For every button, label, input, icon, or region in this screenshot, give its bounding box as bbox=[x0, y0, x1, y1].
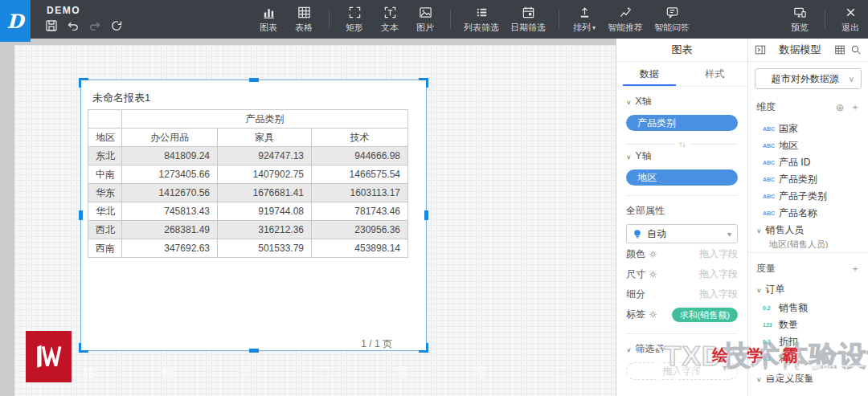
tool-table[interactable]: 表格 bbox=[286, 0, 321, 39]
x-axis-field-chip[interactable]: 产品类别 bbox=[626, 115, 738, 131]
measure-item[interactable]: 123 数量 bbox=[748, 316, 868, 333]
data-model-panel: 数据模型 超市对外数据源 ∨ 维度 ⊕ ＋ ABC 国家 ABC 地区 ABC … bbox=[747, 39, 868, 396]
table-row[interactable]: 中南 1273405.66 1407902.75 1466575.54 bbox=[88, 165, 408, 184]
preview-button[interactable]: 预览 bbox=[782, 0, 817, 39]
chevron-down-icon: ∨ bbox=[626, 98, 632, 105]
tool-image[interactable]: 图片 bbox=[407, 0, 443, 39]
value-cell: 501533.79 bbox=[218, 239, 312, 258]
column-header: 技术 bbox=[312, 129, 408, 147]
selection-handle[interactable] bbox=[419, 343, 428, 353]
value-cell: 1466575.54 bbox=[312, 165, 408, 184]
toolbar-separator bbox=[450, 10, 451, 29]
dimension-item[interactable]: ABC 产品 ID bbox=[748, 154, 868, 171]
tool-rectangle[interactable]: 矩形 bbox=[337, 0, 372, 39]
collapse-panel-icon[interactable] bbox=[755, 44, 766, 55]
selection-handle[interactable] bbox=[79, 78, 88, 88]
caret-down-icon: ▾ bbox=[592, 24, 596, 31]
tab-data[interactable]: 数据 bbox=[616, 62, 682, 86]
save-icon[interactable] bbox=[45, 19, 58, 32]
quick-actions bbox=[45, 19, 123, 32]
selection-handle[interactable] bbox=[424, 210, 428, 220]
table-header-row: 地区 办公用品 家具 技术 bbox=[88, 129, 408, 147]
text-icon bbox=[383, 6, 397, 19]
table-row[interactable]: 西北 268381.49 316212.36 230956.36 bbox=[88, 221, 408, 239]
chevron-down-icon: ∨ bbox=[756, 286, 762, 293]
tool-smart-qa[interactable]: 智能问答 bbox=[649, 0, 695, 39]
redo-icon[interactable] bbox=[88, 19, 101, 32]
tool-date-filter[interactable]: 日期筛选 bbox=[505, 0, 551, 39]
panel-title: 数据模型 bbox=[771, 43, 829, 57]
refresh-icon[interactable] bbox=[110, 19, 123, 32]
tool-label: 表格 bbox=[295, 22, 313, 34]
filter-drop-zone[interactable]: 拖入字段 bbox=[626, 362, 738, 380]
selection-handle[interactable] bbox=[79, 210, 83, 220]
dimension-subitem[interactable]: 地区(销售人员) bbox=[748, 239, 868, 248]
measure-item[interactable]: 0.2 利润 bbox=[748, 350, 868, 367]
column-header: 地区 bbox=[88, 129, 122, 147]
tool-arrange[interactable]: 排列▾ bbox=[567, 0, 602, 39]
add-icon[interactable]: ＋ bbox=[850, 262, 860, 276]
table-row[interactable]: 东北 841809.24 924747.13 944666.98 bbox=[88, 147, 408, 165]
value-cell: 316212.36 bbox=[218, 221, 312, 239]
tool-text[interactable]: 文本 bbox=[372, 0, 407, 39]
top-toolbar: DEMO 图表 表格 矩形 文本 图片 列表筛选 bbox=[0, 0, 868, 39]
dimension-item[interactable]: ABC 地区 bbox=[748, 137, 868, 154]
value-cell: 919744.08 bbox=[218, 202, 312, 221]
table-row[interactable]: 华北 745813.43 919744.08 781743.46 bbox=[88, 202, 408, 221]
chart-mode-select[interactable]: 自动 ▾ bbox=[626, 224, 738, 243]
measure-item[interactable]: 0.2 销售额 bbox=[748, 300, 868, 316]
report-widget[interactable]: 未命名报表1 产品类别 地区 办公用品 家具 技术 东北 bbox=[80, 80, 427, 351]
y-axis-section-header[interactable]: ∨ Y轴 bbox=[626, 149, 738, 163]
swap-axes-row: ↑↓ bbox=[626, 140, 738, 149]
dimension-item[interactable]: ABC 产品类别 bbox=[748, 171, 868, 188]
table-row[interactable]: 西南 347692.63 501533.79 453898.14 bbox=[88, 239, 408, 258]
add-icon[interactable]: ＋ bbox=[850, 100, 860, 114]
drop-placeholder[interactable]: 拖入字段 bbox=[699, 288, 738, 301]
app-logo[interactable]: D bbox=[0, 0, 31, 42]
divider bbox=[626, 195, 738, 196]
search-icon[interactable] bbox=[850, 44, 862, 55]
gear-icon[interactable] bbox=[649, 310, 657, 319]
selection-handle[interactable] bbox=[249, 78, 259, 82]
y-axis-field-chip[interactable]: 地区 bbox=[626, 169, 738, 186]
dimension-item[interactable]: ABC 产品名称 bbox=[748, 205, 868, 222]
preview-icon bbox=[793, 6, 807, 19]
dimension-item[interactable]: ABC 产品子类别 bbox=[748, 188, 868, 205]
design-canvas[interactable]: 未命名报表1 产品类别 地区 办公用品 家具 技术 东北 bbox=[0, 39, 616, 396]
tool-label: 退出 bbox=[841, 22, 859, 34]
filter-section-header[interactable]: ∨ 筛选器 bbox=[626, 342, 738, 356]
grid-view-icon[interactable] bbox=[834, 44, 845, 55]
dimension-item[interactable]: ABC 国家 bbox=[748, 120, 868, 137]
x-axis-section-header[interactable]: ∨ X轴 bbox=[626, 95, 738, 108]
globe-icon[interactable]: ⊕ bbox=[836, 102, 844, 113]
value-cell: 1412670.56 bbox=[122, 184, 218, 202]
selection-handle[interactable] bbox=[249, 349, 259, 353]
datasource-select[interactable]: 超市对外数据源 ∨ bbox=[755, 68, 862, 89]
tab-style[interactable]: 样式 bbox=[682, 62, 748, 86]
tool-list-filter[interactable]: 列表筛选 bbox=[458, 0, 505, 39]
selection-handle[interactable] bbox=[419, 78, 428, 88]
region-cell: 中南 bbox=[88, 165, 122, 184]
exit-button[interactable]: 退出 bbox=[833, 0, 868, 39]
undo-icon[interactable] bbox=[67, 19, 80, 32]
gear-icon[interactable] bbox=[649, 270, 657, 279]
value-cell: 841809.24 bbox=[122, 147, 218, 165]
table-icon bbox=[297, 6, 311, 19]
dimension-group-salesperson[interactable]: ∨ 销售人员 bbox=[748, 222, 868, 239]
drop-placeholder[interactable]: 拖入字段 bbox=[699, 247, 738, 261]
label-field-chip[interactable]: 求和(销售额) bbox=[672, 308, 738, 322]
swap-axes-icon[interactable]: ↑↓ bbox=[675, 140, 690, 149]
tool-chart[interactable]: 图表 bbox=[251, 0, 286, 39]
measure-item[interactable]: 0.2 折扣 bbox=[748, 333, 868, 350]
arrange-icon bbox=[578, 6, 592, 19]
tool-smart-recommend[interactable]: 智能推荐 bbox=[602, 0, 649, 39]
chart-property-panel: 图表 数据 样式 ∨ X轴 产品类别 ↑↓ ∨ Y轴 地区 全部属性 自动 ▾ … bbox=[616, 39, 747, 396]
gear-icon[interactable] bbox=[649, 250, 657, 259]
measure-group-orders[interactable]: ∨ 订单 bbox=[748, 281, 868, 298]
selection-handle[interactable] bbox=[79, 343, 88, 353]
table-row[interactable]: 华东 1412670.56 1676681.41 1603113.17 bbox=[88, 184, 408, 202]
value-cell: 1407902.75 bbox=[218, 165, 312, 184]
custom-measures-section[interactable]: ∨ 自定义度量 bbox=[748, 370, 868, 387]
column-header: 家具 bbox=[218, 129, 312, 147]
drop-placeholder[interactable]: 拖入字段 bbox=[699, 267, 738, 281]
